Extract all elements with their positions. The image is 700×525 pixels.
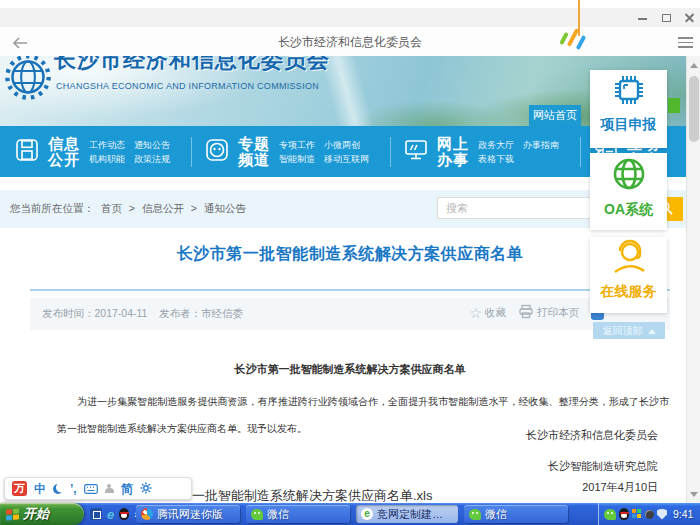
favorite-star-icon[interactable]: ☆ [469, 305, 482, 321]
breadcrumb-level2-link[interactable]: 通知公告 [204, 202, 246, 214]
window-top-strip [0, 0, 700, 8]
nav-label: 专题频道 [238, 136, 270, 168]
nav-link[interactable]: 工作动态 [89, 140, 125, 150]
chip-icon [609, 96, 649, 113]
taskbar-task-tencent-mini[interactable]: 腾讯网迷你版 [136, 505, 240, 523]
breadcrumb-separator: > [129, 202, 135, 214]
article-meta-bar: 发布时间：2017-04-11 发布者：市经信委 ☆ 收藏 打印本页 [30, 298, 670, 330]
nav-link[interactable]: 移动互联网 [324, 154, 369, 164]
panel-project-declare[interactable]: 项目申报 [590, 70, 667, 148]
taskbar-task-wechat-1[interactable]: 微信 [246, 505, 350, 523]
site-name-english: CHANGSHA ECONOMIC AND INFORMATION COMMIS… [56, 81, 319, 91]
ime-keyboard-icon[interactable] [84, 480, 98, 498]
nav-label: 信息公开 [48, 136, 80, 168]
breadcrumb-label: 您当前所在位置： [10, 202, 94, 214]
breadcrumb-level1-link[interactable]: 信息公开 [142, 202, 184, 214]
nav-divider [390, 137, 391, 167]
wechat-icon [251, 509, 263, 520]
home-page-button[interactable]: 网站首页 [529, 105, 581, 126]
taskbar-task-site-builder[interactable]: e 竞网定制建站管理... [356, 505, 458, 523]
nav-item-topics[interactable]: 专题频道 专项工作小微两创 智能制造移动互联网 [204, 134, 378, 170]
ime-fullwidth-moon-icon[interactable] [53, 484, 63, 494]
up-triangle-icon [648, 329, 656, 334]
taskbar-clock: 9:41 [673, 508, 693, 520]
browser-e-icon: e [361, 508, 373, 520]
image-viewer-icon[interactable] [90, 508, 102, 520]
breadcrumb: 您当前所在位置： 首页 > 信息公开 > 通知公告 [8, 202, 248, 216]
tray-qq-icon[interactable] [619, 508, 629, 520]
nav-link[interactable]: 智能制造 [279, 154, 315, 164]
nav-link[interactable]: 办事指南 [523, 140, 559, 150]
wechat-icon [469, 509, 481, 520]
article-meta: 发布时间：2017-04-11 发布者：市经信委 [42, 307, 243, 321]
nav-link[interactable]: 通知公告 [134, 140, 170, 150]
scroll-up-arrow[interactable] [687, 58, 700, 72]
windows-flag-icon [6, 508, 19, 520]
breadcrumb-home-link[interactable]: 首页 [101, 202, 122, 214]
tray-colorgrid-icon[interactable] [632, 509, 642, 519]
monitor-icon [403, 137, 429, 167]
ime-simplified-toggle[interactable]: 简 [121, 483, 133, 495]
menu-icon[interactable] [678, 37, 693, 48]
panel-oa-system[interactable]: OA系统 [590, 153, 667, 230]
nav-label: 网上办事 [437, 136, 469, 168]
tencent-news-icon [141, 508, 153, 520]
taskbar: 开始 e » 腾讯网迷你版 微信 e 竞网定制建站管理... 微信 [0, 503, 700, 525]
browser-logo-icon [558, 26, 592, 54]
tray-wechat-icon[interactable] [604, 509, 616, 520]
title-underline [30, 289, 670, 291]
favorite-button[interactable]: 收藏 [485, 306, 506, 320]
ime-chinese-mode[interactable]: 中 [34, 483, 46, 495]
panel-label: OA系统 [590, 201, 667, 219]
breadcrumb-separator: > [191, 202, 197, 214]
nav-link[interactable]: 机构职能 [89, 154, 125, 164]
nav-item-online-services[interactable]: 网上办事 政务大厅办事指南 表格下载 [403, 134, 568, 170]
nav-divider [191, 137, 192, 167]
commission-logo-icon [2, 56, 54, 112]
signature-org2: 长沙智能制造研究总院 [548, 459, 658, 474]
close-button[interactable] [679, 8, 700, 27]
panel-online-service[interactable]: 在线服务 [590, 237, 667, 313]
scroll-down-arrow[interactable] [687, 487, 700, 501]
restore-button[interactable] [656, 8, 678, 27]
window-titlebar [0, 8, 700, 28]
start-label: 开始 [23, 505, 49, 523]
disk-icon [14, 137, 40, 167]
printer-icon[interactable] [518, 304, 534, 322]
headset-icon [608, 263, 650, 280]
panel-label: 在线服务 [590, 283, 667, 301]
signature-org1: 长沙市经济和信息化委员会 [526, 428, 658, 443]
banner-green-accent [668, 98, 680, 113]
nav-divider [580, 137, 581, 167]
nav-link[interactable]: 表格下载 [478, 154, 514, 164]
nav-link[interactable]: 政务大厅 [478, 140, 514, 150]
system-tray: 9:41 [598, 503, 700, 525]
nav-item-info[interactable]: 信息公开 工作动态通知公告 机构职能政策法规 [14, 134, 179, 170]
tray-utility-icon[interactable] [645, 510, 654, 519]
print-button[interactable]: 打印本页 [537, 306, 579, 320]
nav-link[interactable]: 政策法规 [134, 154, 170, 164]
ime-punctuation-icon[interactable]: ’, [70, 483, 77, 495]
taskbar-task-wechat-2[interactable]: 微信 [464, 505, 568, 523]
minimize-button[interactable] [632, 8, 654, 27]
back-to-top-button[interactable]: 返回顶部 [593, 322, 665, 339]
ime-settings-gear-icon[interactable] [140, 480, 152, 498]
scrollbar-thumb[interactable] [689, 76, 699, 142]
internet-explorer-icon[interactable]: e [107, 508, 114, 521]
desktop: 长沙市经济和信息化委员会 长沙市经济和信息化委员会 CHANGSHA ECONO… [0, 0, 700, 525]
back-to-top-label: 返回顶部 [603, 325, 643, 336]
qq-icon[interactable] [119, 508, 129, 520]
ime-brand-icon[interactable]: 万 [12, 481, 27, 496]
globe-icon [608, 181, 650, 198]
quick-launch: e » [90, 503, 140, 525]
nav-link[interactable]: 小微两创 [324, 140, 360, 150]
ime-user-icon[interactable] [105, 484, 114, 494]
nav-link[interactable]: 专项工作 [279, 140, 315, 150]
page-scrollbar[interactable] [686, 56, 700, 503]
nav-sublinks: 政务大厅办事指南 表格下载 [478, 138, 568, 166]
tray-security-shield-icon[interactable] [657, 509, 667, 520]
start-button[interactable]: 开始 [0, 503, 84, 525]
ime-toolbar: 万 中 ’, 简 [4, 477, 192, 500]
socket-icon [204, 137, 230, 167]
nav-sublinks: 专项工作小微两创 智能制造移动互联网 [279, 138, 378, 166]
